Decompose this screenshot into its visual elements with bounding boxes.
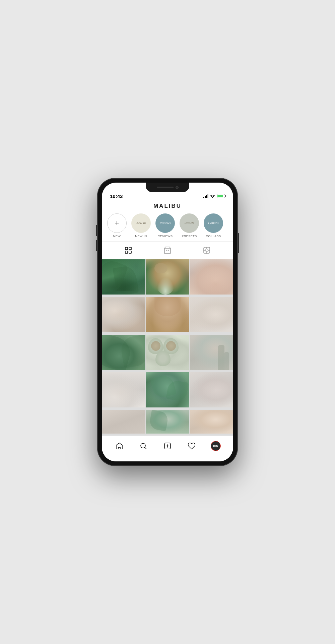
story-new[interactable]: + New — [107, 213, 127, 238]
phone-screen: 10:43 — [102, 183, 233, 461]
power-button[interactable] — [238, 233, 239, 253]
story-presets[interactable]: Presets PRESETS — [180, 213, 199, 238]
grid-photo-4[interactable] — [102, 297, 145, 332]
tab-tagged[interactable] — [201, 244, 213, 256]
svg-rect-0 — [125, 247, 128, 250]
grid-photo-14[interactable] — [146, 410, 189, 434]
story-label-new-in: NEW IN — [135, 235, 147, 238]
grid-photo-13[interactable] — [102, 410, 145, 434]
status-icons — [203, 194, 225, 198]
phone-shell: 10:43 — [97, 178, 238, 466]
story-circle-reviews[interactable]: Reviews — [155, 213, 175, 233]
grid-photo-10[interactable] — [102, 372, 145, 407]
story-label-reviews: REVIEWS — [157, 235, 173, 238]
story-circle-new[interactable]: + — [107, 213, 127, 233]
grid-photo-11[interactable] — [146, 372, 189, 407]
wifi-icon — [210, 194, 215, 198]
story-label-collabs: COLLABS — [206, 235, 221, 238]
grid-photo-12[interactable] — [190, 372, 233, 407]
story-label-new: New — [113, 235, 121, 238]
battery-level — [217, 195, 223, 197]
story-text-new-in: New In — [131, 213, 151, 233]
story-circle-presets[interactable]: Presets — [180, 213, 199, 233]
grid-photo-15[interactable] — [190, 410, 233, 434]
volume-up-button[interactable] — [96, 225, 97, 236]
battery-icon — [217, 194, 225, 198]
avatar-initials: KIN — [213, 445, 218, 448]
front-camera — [176, 186, 179, 189]
phone-mockup: 10:43 — [97, 178, 238, 466]
svg-rect-2 — [125, 251, 128, 253]
svg-rect-3 — [129, 251, 131, 253]
photo-grid — [102, 259, 233, 436]
story-collabs[interactable]: Collabs COLLABS — [204, 213, 223, 238]
story-reviews[interactable]: Reviews REVIEWS — [155, 213, 175, 238]
time-display: 10:43 — [110, 193, 123, 199]
tab-grid[interactable] — [122, 244, 134, 256]
view-tab-bar — [102, 241, 233, 259]
grid-photo-1[interactable] — [102, 259, 145, 295]
nav-post[interactable] — [160, 439, 175, 453]
story-circle-collabs[interactable]: Collabs — [204, 213, 223, 233]
nav-likes[interactable] — [184, 439, 199, 453]
stories-row: + New New In NEW IN Reviews — [102, 209, 233, 241]
grid-photo-8[interactable] — [146, 335, 189, 370]
profile-name: MALIBU — [102, 203, 233, 209]
svg-point-6 — [141, 443, 145, 448]
story-circle-new-in[interactable]: New In — [131, 213, 151, 233]
svg-rect-1 — [129, 247, 131, 250]
grid-photo-5[interactable] — [146, 297, 189, 332]
story-label-presets: PRESETS — [182, 235, 197, 238]
signal-icon — [203, 194, 208, 198]
grid-photo-6[interactable] — [190, 297, 233, 332]
story-text-reviews: Reviews — [155, 213, 175, 233]
avatar: KIN — [211, 441, 221, 451]
svg-point-5 — [205, 249, 208, 252]
speaker — [157, 187, 174, 188]
app-content: MALIBU + New New In — [102, 201, 233, 461]
story-text-collabs: Collabs — [204, 213, 223, 233]
grid-photo-9[interactable] — [190, 335, 233, 370]
nav-search[interactable] — [136, 439, 151, 453]
nav-profile[interactable]: KIN — [208, 439, 223, 453]
plus-icon: + — [115, 219, 119, 227]
bottom-nav: KIN — [102, 436, 233, 461]
tab-shop[interactable] — [161, 244, 174, 256]
grid-photo-3[interactable] — [190, 259, 233, 295]
grid-photo-7[interactable] — [102, 335, 145, 370]
nav-home[interactable] — [112, 439, 127, 453]
grid-photo-2[interactable] — [146, 259, 189, 295]
notch — [146, 183, 189, 192]
story-text-presets: Presets — [180, 213, 199, 233]
profile-header: MALIBU — [102, 201, 233, 209]
volume-down-button[interactable] — [96, 240, 97, 251]
story-new-in[interactable]: New In NEW IN — [131, 213, 151, 238]
